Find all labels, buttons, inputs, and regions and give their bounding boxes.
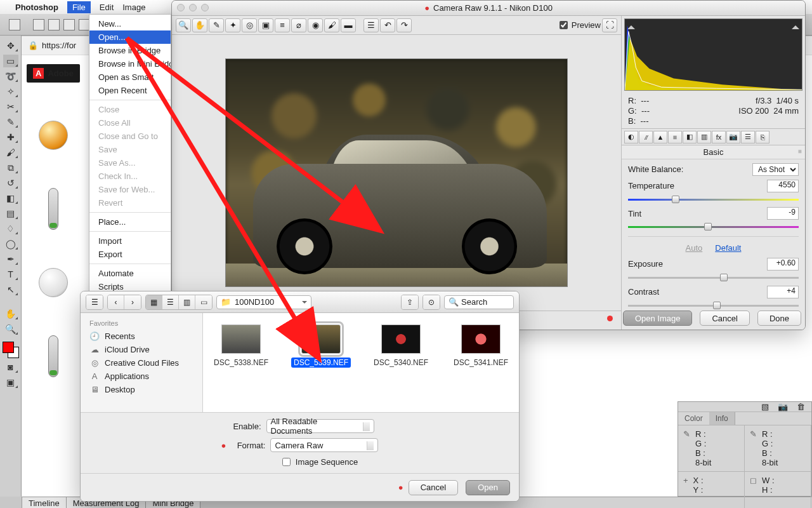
swatches-icon[interactable]: ▧: [761, 402, 769, 411]
tab-basic-icon[interactable]: ◐: [624, 131, 638, 144]
contrast-slider[interactable]: [628, 301, 799, 310]
marquee-icon[interactable]: [9, 19, 20, 30]
trash-icon[interactable]: 🗑: [797, 402, 805, 411]
menu-saveweb[interactable]: Save for Web...: [89, 183, 171, 196]
cr-adjust-icon[interactable]: 🖌: [324, 18, 339, 32]
tab-detail-icon[interactable]: ▲: [653, 131, 667, 144]
share-icon[interactable]: ⇪: [402, 295, 418, 309]
temperature-value[interactable]: 4550: [767, 180, 799, 192]
dialog-cancel-button[interactable]: Cancel: [409, 480, 458, 495]
image-menu[interactable]: Image: [122, 3, 145, 12]
tab-color[interactable]: Color: [678, 412, 709, 425]
file-item-selected[interactable]: DSC_5339.NEF: [289, 324, 353, 368]
menu-export[interactable]: Export: [89, 248, 171, 261]
dialog-open-button[interactable]: Open: [466, 480, 510, 495]
preview-image[interactable]: [225, 58, 568, 287]
open-image-button[interactable]: Open Image: [623, 311, 693, 326]
contrast-value[interactable]: +4: [767, 286, 799, 298]
tab-curve-icon[interactable]: ⫽: [639, 131, 653, 144]
window-controls[interactable]: [177, 4, 209, 11]
cr-grad-icon[interactable]: ▬: [341, 18, 356, 32]
preview-checkbox[interactable]: Preview: [560, 20, 601, 30]
cr-straighten-icon[interactable]: ≡: [275, 18, 290, 32]
cr-sampler-icon[interactable]: ✦: [225, 18, 240, 32]
sidebar-icloud[interactable]: ☁iCloud Drive: [81, 343, 202, 356]
menu-revert[interactable]: Revert: [89, 196, 171, 210]
cr-hand-icon[interactable]: ✋: [192, 18, 207, 32]
opt2-icon[interactable]: [48, 19, 60, 30]
back-icon[interactable]: ‹: [108, 295, 124, 309]
zoom-tool-icon[interactable]: 🔍: [3, 323, 18, 335]
column-view-icon[interactable]: ▥: [179, 295, 195, 309]
tab-timeline[interactable]: Timeline: [22, 497, 67, 509]
cr-spot-icon[interactable]: ⌀: [291, 18, 306, 32]
menu-saveas[interactable]: Save As...: [89, 156, 171, 170]
exposure-slider[interactable]: [628, 273, 799, 282]
sidebar-toggle-icon[interactable]: ☰: [86, 295, 103, 309]
image-sequence-checkbox[interactable]: [282, 458, 291, 466]
cr-crop-icon[interactable]: ▣: [258, 18, 273, 32]
gradient-tool-icon[interactable]: ▤: [3, 207, 18, 220]
file-item[interactable]: DSC_5341.NEF: [449, 324, 513, 368]
menu-open-recent[interactable]: Open Recent: [89, 84, 171, 97]
file-item[interactable]: DSC_5338.NEF: [209, 324, 273, 368]
brush-tool-icon[interactable]: 🖌: [3, 146, 18, 159]
tab-snapshot-icon[interactable]: ⎘: [756, 131, 769, 144]
cr-redeye-icon[interactable]: ◉: [308, 18, 323, 32]
menu-save[interactable]: Save: [89, 143, 171, 156]
cr-rotate-r-icon[interactable]: ↷: [396, 18, 412, 32]
white-balance-field[interactable]: White Balance: As Shot: [628, 163, 799, 176]
folder-select[interactable]: 📁100ND100: [216, 295, 311, 309]
eraser-tool-icon[interactable]: ◧: [3, 192, 18, 204]
menu-new[interactable]: New...: [89, 17, 171, 30]
crop-tool-icon[interactable]: ✂: [3, 100, 18, 113]
marquee-tool-icon[interactable]: ▭: [3, 55, 18, 67]
sidebar-desktop[interactable]: 🖥Desktop: [81, 383, 202, 396]
opt3-icon[interactable]: [63, 19, 75, 30]
cr-wb-icon[interactable]: ✎: [209, 18, 224, 32]
tab-info[interactable]: Info: [709, 412, 735, 425]
icon-view-icon[interactable]: ▦: [146, 295, 162, 309]
file-menu[interactable]: File: [67, 1, 91, 13]
list-view-icon[interactable]: ☰: [162, 295, 179, 309]
histogram[interactable]: [624, 18, 802, 91]
format-select[interactable]: Camera Raw: [270, 438, 378, 452]
move-tool-icon[interactable]: ✥: [3, 39, 18, 52]
menu-close-all[interactable]: Close All: [89, 116, 171, 130]
exposure-value[interactable]: +0.60: [767, 258, 799, 271]
tab-camera-icon[interactable]: 📷: [726, 131, 740, 144]
menu-close[interactable]: Close: [89, 103, 171, 116]
white-balance-select[interactable]: As Shot: [752, 163, 799, 176]
cr-rotate-l-icon[interactable]: ↶: [380, 18, 395, 32]
hand-tool-icon[interactable]: ✋: [3, 307, 18, 320]
auto-link[interactable]: Auto: [686, 243, 703, 253]
app-menu[interactable]: Photoshop: [15, 3, 58, 12]
done-button[interactable]: Done: [757, 311, 801, 326]
tint-value[interactable]: -9: [767, 207, 799, 220]
tags-icon[interactable]: ⊙: [423, 295, 440, 309]
menu-browse-bridge[interactable]: Browse in Bridge: [89, 44, 171, 57]
stamp-tool-icon[interactable]: ⧉: [3, 161, 18, 174]
wand-tool-icon[interactable]: ✧: [3, 85, 18, 98]
gallery-view-icon[interactable]: ▭: [195, 295, 212, 309]
eyedropper-tool-icon[interactable]: ✎: [3, 116, 18, 128]
sidebar-ccfiles[interactable]: ◎Creative Cloud Files: [81, 356, 202, 370]
dodge-tool-icon[interactable]: ◯: [3, 237, 18, 250]
forward-icon[interactable]: ›: [124, 295, 141, 309]
tab-lens-icon[interactable]: ▥: [697, 131, 711, 144]
menu-automate[interactable]: Automate: [89, 267, 171, 280]
menu-import[interactable]: Import: [89, 234, 171, 248]
blur-tool-icon[interactable]: ♢: [3, 222, 18, 235]
menu-place[interactable]: Place...: [89, 215, 171, 229]
menu-browse-mini[interactable]: Browse in Mini Bridge: [89, 57, 171, 70]
pen-tool-icon[interactable]: ✒: [3, 253, 18, 265]
camera-raw-titlebar[interactable]: ●Camera Raw 9.1.1 - Nikon D100: [172, 1, 805, 16]
lasso-tool-icon[interactable]: ➰: [3, 70, 18, 83]
menu-open-smart[interactable]: Open as Smart: [89, 70, 171, 84]
enable-select[interactable]: All Readable Documents: [266, 419, 374, 433]
camera-panel-icon[interactable]: 📷: [778, 402, 788, 411]
cr-list-icon[interactable]: ☰: [363, 18, 379, 32]
menu-close-goto[interactable]: Close and Go to: [89, 130, 171, 143]
tab-split-icon[interactable]: ◧: [683, 131, 697, 144]
cr-fullscreen-icon[interactable]: ⛶: [602, 18, 617, 32]
